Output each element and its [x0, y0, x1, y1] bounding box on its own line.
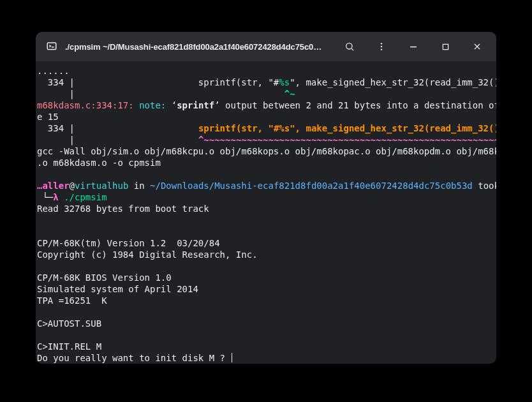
- out-wave-pad: |: [37, 135, 198, 145]
- cursor: [232, 353, 232, 362]
- prompt-in: in: [128, 181, 150, 191]
- prompt-command: ./cpmsim: [64, 192, 107, 202]
- out-cpm2: Copyright (c) 1984 Digital Research, Inc…: [37, 249, 258, 260]
- svg-point-1: [346, 43, 352, 49]
- svg-point-3: [381, 46, 382, 47]
- terminal-app-icon: [45, 40, 59, 54]
- prompt-corner: └─: [37, 192, 53, 202]
- out-bios1: CP/M-68K BIOS Version 1.0: [37, 272, 172, 283]
- out-marker-a: ^~: [284, 89, 295, 99]
- out-wave: ^~~~~~~~~~~~~~~~~~~~~~~~~~~~~~~~~~~~~~~~…: [198, 135, 496, 145]
- titlebar: ./cpmsim ~/D/Musashi-ecaf821d8fd00a2a1f4…: [36, 32, 496, 61]
- prompt-path: ~/Downloads/Musashi-ecaf821d8fd00a2a1f40…: [150, 181, 473, 191]
- out-note-msg2: ’ output between 2 and 21 bytes into a d…: [214, 100, 496, 110]
- menu-button[interactable]: [369, 32, 394, 61]
- out-marker-pad-a: |: [37, 89, 284, 99]
- prompt-user: aller: [42, 181, 69, 191]
- out-line334b-call: sprintf(str, "#%s", make_signed_hex_str_…: [198, 123, 496, 133]
- window-title: ./cpmsim ~/D/Musashi-ecaf821d8fd00a2a1f4…: [65, 42, 330, 52]
- out-note-msg1: ‘: [172, 100, 177, 110]
- prompt-at: @: [70, 181, 75, 191]
- out-line334a-prefix: 334 | sprintf(str, "#: [37, 77, 279, 87]
- out-autost: C>AUTOST.SUB: [37, 318, 101, 329]
- out-note-msg3: e 15: [37, 112, 59, 122]
- out-initrel: C>INIT.REL M: [37, 341, 101, 352]
- out-bios3: TPA =16251 K: [37, 295, 107, 306]
- out-line334a-fmt: %s: [279, 77, 290, 87]
- out-bios2: Simulated system of April 2014: [37, 284, 198, 294]
- svg-rect-0: [47, 43, 56, 50]
- minimize-button[interactable]: [401, 32, 426, 61]
- terminal-content[interactable]: ...... 334 | sprintf(str, "#%s", make_si…: [36, 61, 496, 364]
- out-line334b-pad: 334 |: [37, 123, 198, 133]
- out-note-word: note:: [134, 100, 172, 110]
- out-gcc1: gcc -Wall obj/sim.o obj/m68kcpu.o obj/m6…: [37, 146, 496, 156]
- svg-point-4: [381, 48, 382, 50]
- out-read: Read 32768 bytes from boot track: [37, 204, 209, 214]
- prompt-host: virtualhub: [75, 181, 128, 191]
- prompt-lambda: λ: [53, 192, 64, 202]
- out-line334a-suffix: ", make_signed_hex_str_32(read_imm_32())…: [290, 77, 496, 87]
- out-dots: ......: [37, 66, 70, 76]
- prompt-took: took: [473, 181, 496, 191]
- out-cpm1: CP/M-68K(tm) Version 1.2 03/20/84: [37, 238, 220, 248]
- search-button[interactable]: [337, 32, 362, 61]
- svg-point-2: [381, 43, 382, 44]
- terminal-window: ./cpmsim ~/D/Musashi-ecaf821d8fd00a2a1f4…: [36, 32, 496, 364]
- svg-rect-5: [443, 44, 448, 49]
- out-prompt-q: Do you really want to init disk M ?: [37, 353, 230, 363]
- close-button[interactable]: [464, 32, 490, 61]
- out-note-sprintf: sprintf: [177, 100, 214, 110]
- out-gcc2: .o m68kdasm.o -o cpmsim: [37, 158, 161, 168]
- out-file-loc: m68kdasm.c:334:17:: [37, 100, 134, 110]
- maximize-button[interactable]: [432, 32, 458, 61]
